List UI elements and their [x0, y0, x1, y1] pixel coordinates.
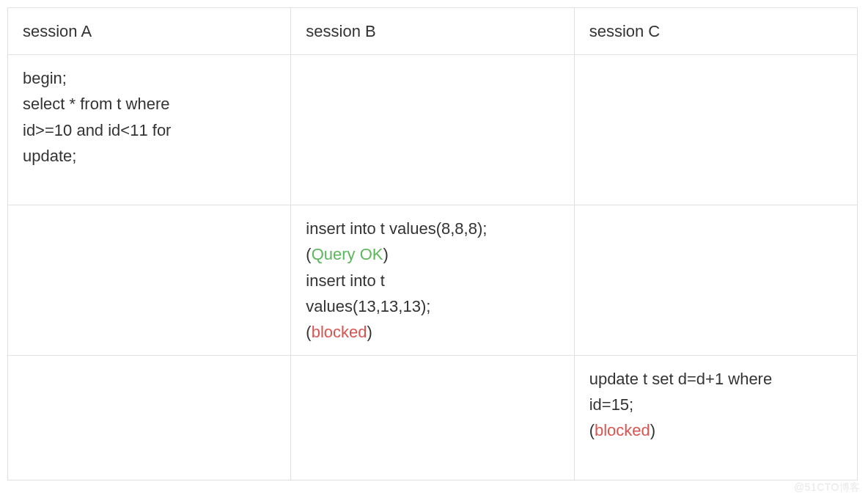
header-session-b: session B	[291, 8, 574, 55]
status-blocked: blocked	[312, 323, 367, 341]
table-row: insert into t values(8,8,8); (Query OK) …	[8, 205, 858, 356]
cell-c-3: update t set d=d+1 where id=15; (blocked…	[574, 356, 857, 480]
sql-line: select * from t where	[23, 91, 276, 117]
sql-line: id=15;	[589, 392, 842, 417]
sql-line: id>=10 and id<11 for	[23, 117, 276, 143]
status-blocked: blocked	[595, 421, 650, 439]
status-ok: Query OK	[312, 245, 383, 263]
header-session-c: session C	[574, 8, 857, 55]
sql-line: values(13,13,13);	[306, 293, 559, 319]
header-session-a: session A	[8, 8, 291, 55]
table-row: begin; select * from t where id>=10 and …	[8, 55, 858, 205]
sql-line: begin;	[23, 65, 276, 91]
status-line: (Query OK)	[306, 241, 559, 267]
cell-c-1	[574, 55, 857, 205]
sql-line: insert into t values(8,8,8);	[306, 216, 559, 241]
cell-b-3	[291, 356, 574, 480]
sql-line: update;	[23, 143, 276, 169]
cell-a-2	[8, 205, 291, 356]
table-row: update t set d=d+1 where id=15; (blocked…	[8, 356, 858, 480]
cell-b-1	[291, 55, 574, 205]
cell-b-2: insert into t values(8,8,8); (Query OK) …	[291, 205, 574, 356]
cell-a-1: begin; select * from t where id>=10 and …	[8, 55, 291, 205]
session-table: session A session B session C begin; sel…	[7, 7, 858, 480]
cell-c-2	[574, 205, 857, 356]
sql-line: insert into t	[306, 268, 559, 293]
status-line: (blocked)	[306, 319, 559, 345]
table-header-row: session A session B session C	[8, 8, 858, 55]
sql-line: update t set d=d+1 where	[589, 366, 842, 392]
cell-a-3	[8, 356, 291, 480]
status-line: (blocked)	[589, 417, 842, 443]
